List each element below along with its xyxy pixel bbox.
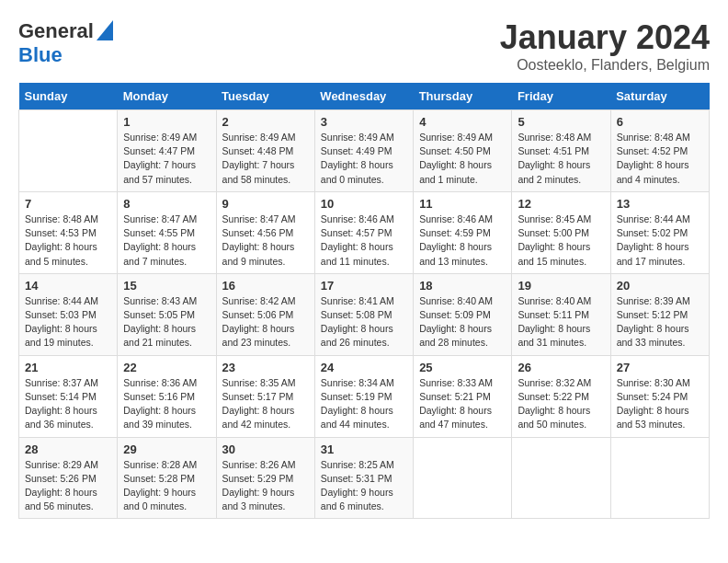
calendar-cell [414,437,512,519]
day-info: Sunrise: 8:26 AM Sunset: 5:29 PM Dayligh… [222,458,309,514]
calendar-cell: 20Sunrise: 8:39 AM Sunset: 5:12 PM Dayli… [610,273,709,355]
svg-marker-0 [97,20,113,40]
logo-text-general: General [18,20,94,42]
logo: General Blue [18,18,113,66]
calendar-cell: 14Sunrise: 8:44 AM Sunset: 5:03 PM Dayli… [19,273,118,355]
day-info: Sunrise: 8:25 AM Sunset: 5:31 PM Dayligh… [321,458,407,514]
day-info: Sunrise: 8:44 AM Sunset: 5:03 PM Dayligh… [25,294,111,350]
day-info: Sunrise: 8:45 AM Sunset: 5:00 PM Dayligh… [518,213,604,269]
calendar-cell: 23Sunrise: 8:35 AM Sunset: 5:17 PM Dayli… [216,355,314,437]
header-sunday: Sunday [19,83,118,110]
day-number: 12 [518,197,604,211]
day-info: Sunrise: 8:44 AM Sunset: 5:02 PM Dayligh… [617,213,703,269]
day-number: 24 [321,361,407,374]
header-tuesday: Tuesday [216,83,314,110]
day-number: 9 [222,197,309,211]
day-info: Sunrise: 8:46 AM Sunset: 4:57 PM Dayligh… [321,213,407,269]
page-header: General Blue January 2024 Oosteeklo, Fla… [18,18,710,74]
header-saturday: Saturday [610,83,709,110]
calendar-cell: 22Sunrise: 8:36 AM Sunset: 5:16 PM Dayli… [118,355,216,437]
day-info: Sunrise: 8:37 AM Sunset: 5:14 PM Dayligh… [25,376,111,432]
day-number: 26 [518,361,604,374]
day-number: 2 [222,115,309,129]
day-number: 15 [123,279,210,293]
day-info: Sunrise: 8:49 AM Sunset: 4:50 PM Dayligh… [419,131,506,187]
calendar-cell [610,437,709,519]
day-number: 23 [222,361,309,374]
calendar-cell: 7Sunrise: 8:48 AM Sunset: 4:53 PM Daylig… [19,191,118,273]
calendar-cell: 4Sunrise: 8:49 AM Sunset: 4:50 PM Daylig… [414,110,512,192]
day-info: Sunrise: 8:49 AM Sunset: 4:48 PM Dayligh… [222,131,309,187]
day-number: 16 [222,279,309,293]
day-number: 19 [518,279,604,293]
day-info: Sunrise: 8:33 AM Sunset: 5:21 PM Dayligh… [419,376,506,432]
day-info: Sunrise: 8:29 AM Sunset: 5:26 PM Dayligh… [25,458,111,514]
day-number: 1 [123,115,210,129]
day-number: 29 [123,442,210,456]
day-number: 11 [419,197,506,211]
calendar-cell: 17Sunrise: 8:41 AM Sunset: 5:08 PM Dayli… [314,273,413,355]
day-info: Sunrise: 8:41 AM Sunset: 5:08 PM Dayligh… [321,294,407,350]
calendar-cell: 24Sunrise: 8:34 AM Sunset: 5:19 PM Dayli… [314,355,413,437]
calendar-cell: 8Sunrise: 8:47 AM Sunset: 4:55 PM Daylig… [118,191,216,273]
day-info: Sunrise: 8:36 AM Sunset: 5:16 PM Dayligh… [123,376,210,432]
title-block: January 2024 Oosteeklo, Flanders, Belgiu… [500,18,710,74]
day-number: 27 [617,361,703,374]
calendar-cell: 1Sunrise: 8:49 AM Sunset: 4:47 PM Daylig… [118,110,216,192]
day-number: 10 [321,197,407,211]
day-number: 28 [25,442,111,456]
calendar-cell: 12Sunrise: 8:45 AM Sunset: 5:00 PM Dayli… [512,191,610,273]
day-info: Sunrise: 8:46 AM Sunset: 4:59 PM Dayligh… [419,213,506,269]
day-info: Sunrise: 8:43 AM Sunset: 5:05 PM Dayligh… [123,294,210,350]
calendar-cell: 5Sunrise: 8:48 AM Sunset: 4:51 PM Daylig… [512,110,610,192]
calendar-cell: 29Sunrise: 8:28 AM Sunset: 5:28 PM Dayli… [118,437,216,519]
day-number: 22 [123,361,210,374]
day-number: 20 [617,279,703,293]
day-info: Sunrise: 8:49 AM Sunset: 4:47 PM Dayligh… [123,131,210,187]
calendar-cell: 6Sunrise: 8:48 AM Sunset: 4:52 PM Daylig… [610,110,709,192]
day-info: Sunrise: 8:28 AM Sunset: 5:28 PM Dayligh… [123,458,210,514]
day-number: 17 [321,279,407,293]
day-info: Sunrise: 8:40 AM Sunset: 5:09 PM Dayligh… [419,294,506,350]
calendar-cell: 28Sunrise: 8:29 AM Sunset: 5:26 PM Dayli… [19,437,118,519]
calendar-cell: 26Sunrise: 8:32 AM Sunset: 5:22 PM Dayli… [512,355,610,437]
header-wednesday: Wednesday [314,83,413,110]
day-number: 7 [25,197,111,211]
calendar-cell: 19Sunrise: 8:40 AM Sunset: 5:11 PM Dayli… [512,273,610,355]
day-info: Sunrise: 8:48 AM Sunset: 4:53 PM Dayligh… [25,213,111,269]
day-number: 21 [25,361,111,374]
calendar-cell: 2Sunrise: 8:49 AM Sunset: 4:48 PM Daylig… [216,110,314,192]
day-info: Sunrise: 8:32 AM Sunset: 5:22 PM Dayligh… [518,376,604,432]
calendar-cell [512,437,610,519]
header-friday: Friday [512,83,610,110]
calendar-cell: 27Sunrise: 8:30 AM Sunset: 5:24 PM Dayli… [610,355,709,437]
header-monday: Monday [118,83,216,110]
day-info: Sunrise: 8:35 AM Sunset: 5:17 PM Dayligh… [222,376,309,432]
logo-text-blue: Blue [18,43,63,66]
calendar-cell: 25Sunrise: 8:33 AM Sunset: 5:21 PM Dayli… [414,355,512,437]
day-info: Sunrise: 8:34 AM Sunset: 5:19 PM Dayligh… [321,376,407,432]
day-number: 8 [123,197,210,211]
calendar-cell: 31Sunrise: 8:25 AM Sunset: 5:31 PM Dayli… [314,437,413,519]
calendar-cell: 13Sunrise: 8:44 AM Sunset: 5:02 PM Dayli… [610,191,709,273]
day-info: Sunrise: 8:47 AM Sunset: 4:56 PM Dayligh… [222,213,309,269]
calendar-cell: 15Sunrise: 8:43 AM Sunset: 5:05 PM Dayli… [118,273,216,355]
day-number: 18 [419,279,506,293]
calendar-table: SundayMondayTuesdayWednesdayThursdayFrid… [18,83,710,519]
day-number: 13 [617,197,703,211]
logo-triangle-icon [97,20,113,40]
day-info: Sunrise: 8:48 AM Sunset: 4:51 PM Dayligh… [518,131,604,187]
day-info: Sunrise: 8:30 AM Sunset: 5:24 PM Dayligh… [617,376,703,432]
calendar-cell: 30Sunrise: 8:26 AM Sunset: 5:29 PM Dayli… [216,437,314,519]
day-number: 25 [419,361,506,374]
day-number: 31 [321,442,407,456]
day-number: 14 [25,279,111,293]
calendar-cell [19,110,118,192]
day-info: Sunrise: 8:40 AM Sunset: 5:11 PM Dayligh… [518,294,604,350]
calendar-cell: 3Sunrise: 8:49 AM Sunset: 4:49 PM Daylig… [314,110,413,192]
month-title: January 2024 [500,18,710,57]
day-info: Sunrise: 8:49 AM Sunset: 4:49 PM Dayligh… [321,131,407,187]
location-subtitle: Oosteeklo, Flanders, Belgium [500,57,710,74]
calendar-cell: 18Sunrise: 8:40 AM Sunset: 5:09 PM Dayli… [414,273,512,355]
day-info: Sunrise: 8:47 AM Sunset: 4:55 PM Dayligh… [123,213,210,269]
